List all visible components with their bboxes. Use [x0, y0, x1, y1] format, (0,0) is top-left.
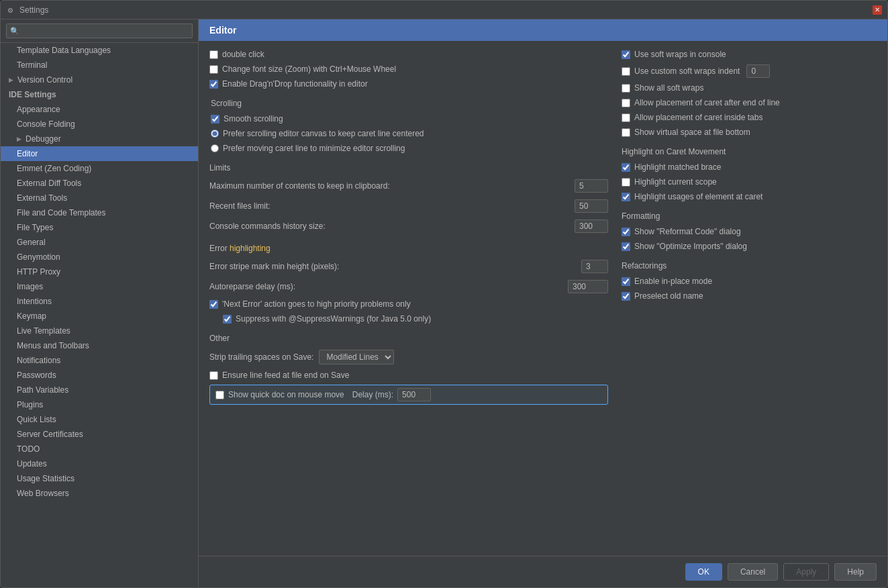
- sidebar-item-file-types[interactable]: File Types: [1, 220, 198, 235]
- enable-in-place-checkbox[interactable]: [622, 277, 630, 286]
- use-soft-wraps-console-checkbox[interactable]: [622, 50, 630, 59]
- suppress-warnings-checkbox[interactable]: [223, 315, 232, 324]
- sidebar-item-label: Quick Lists: [17, 415, 56, 424]
- enable-drag-drop-checkbox[interactable]: [209, 80, 218, 89]
- smooth-scrolling-item: Smooth scrolling: [211, 113, 608, 124]
- use-custom-soft-wraps-label: Use custom soft wraps indent: [634, 66, 740, 76]
- sidebar-item-server-certificates[interactable]: Server Certificates: [1, 427, 198, 442]
- sidebar-item-menus-and-toolbars[interactable]: Menus and Toolbars: [1, 338, 198, 353]
- use-custom-soft-wraps-checkbox[interactable]: [622, 67, 630, 76]
- sidebar-item-intentions[interactable]: Intentions: [1, 294, 198, 309]
- sidebar-item-debugger[interactable]: ▶ Debugger: [1, 132, 198, 146]
- highlight-usages-checkbox[interactable]: [622, 193, 630, 201]
- preselect-old-name-checkbox[interactable]: [622, 292, 630, 301]
- sidebar-item-label: External Tools: [17, 193, 67, 203]
- search-wrap: 🔍: [6, 23, 193, 38]
- sidebar-item-appearance[interactable]: Appearance: [1, 102, 198, 117]
- sidebar-item-label: Passwords: [17, 371, 56, 380]
- suppress-warnings-label: Suppress with @SuppressWarnings (for Jav…: [236, 314, 431, 324]
- apply-button[interactable]: Apply: [783, 563, 829, 581]
- help-button[interactable]: Help: [834, 563, 877, 581]
- sidebar-item-usage-statistics[interactable]: Usage Statistics: [1, 471, 198, 486]
- double-click-checkbox[interactable]: [209, 50, 218, 59]
- sidebar-item-todo[interactable]: TODO: [1, 442, 198, 456]
- ok-button[interactable]: OK: [685, 563, 722, 581]
- sidebar-item-plugins[interactable]: Plugins: [1, 397, 198, 412]
- soft-wraps-indent-input[interactable]: [746, 64, 770, 78]
- strip-trailing-dropdown[interactable]: None All Modified Lines: [319, 350, 394, 364]
- sidebar-item-keymap[interactable]: Keymap: [1, 309, 198, 324]
- sidebar-item-http-proxy[interactable]: HTTP Proxy: [1, 264, 198, 279]
- allow-placement-caret-tabs-checkbox[interactable]: [622, 113, 630, 122]
- sidebar-item-label: Notifications: [17, 356, 60, 365]
- sidebar-item-images[interactable]: Images: [1, 279, 198, 294]
- console-history-row: Console commands history size:: [209, 218, 608, 234]
- error-stripe-label: Error stripe mark min height (pixels):: [209, 262, 576, 271]
- recent-files-input[interactable]: [575, 199, 608, 213]
- sidebar-item-path-variables[interactable]: Path Variables: [1, 383, 198, 397]
- clipboard-limit-input[interactable]: [575, 179, 608, 193]
- sidebar-item-editor[interactable]: Editor: [1, 146, 198, 161]
- sidebar-item-label: General: [17, 238, 46, 247]
- console-history-input[interactable]: [575, 219, 608, 233]
- error-stripe-input[interactable]: [581, 260, 608, 273]
- cancel-button[interactable]: Cancel: [728, 563, 778, 581]
- sidebar-item-quick-lists[interactable]: Quick Lists: [1, 412, 198, 427]
- formatting-section: Formatting Show "Reformat Code" dialog S…: [622, 211, 877, 252]
- sidebar-item-emmet[interactable]: Emmet (Zen Coding): [1, 161, 198, 176]
- search-input[interactable]: [6, 23, 193, 38]
- allow-placement-caret-tabs-label: Allow placement of caret inside tabs: [634, 113, 762, 122]
- use-soft-wraps-console-label: Use soft wraps in console: [634, 50, 726, 59]
- allow-placement-caret-end-checkbox[interactable]: [622, 99, 630, 107]
- ensure-line-feed-checkbox[interactable]: [209, 371, 218, 380]
- sidebar-item-external-diff-tools[interactable]: External Diff Tools: [1, 176, 198, 191]
- delay-input[interactable]: [397, 388, 431, 401]
- sidebar-item-version-control[interactable]: ▶ Version Control: [1, 72, 198, 87]
- quick-doc-checkbox[interactable]: [215, 391, 224, 399]
- strip-trailing-row: Strip trailing spaces on Save: None All …: [209, 348, 608, 366]
- sidebar-item-notifications[interactable]: Notifications: [1, 353, 198, 368]
- sidebar-item-label: Images: [17, 282, 43, 291]
- top-checkboxes-group: double click Change font size (Zoom) wit…: [209, 49, 608, 89]
- sidebar-item-template-data-languages[interactable]: Template Data Languages: [1, 43, 198, 58]
- sidebar-item-updates[interactable]: Updates: [1, 456, 198, 471]
- smooth-scrolling-checkbox[interactable]: [211, 115, 219, 124]
- allow-placement-caret-tabs-item: Allow placement of caret inside tabs: [622, 112, 877, 123]
- prefer-scroll-canvas-radio[interactable]: [211, 130, 219, 138]
- highlight-current-scope-checkbox[interactable]: [622, 178, 630, 187]
- prefer-move-caret-radio[interactable]: [211, 144, 219, 152]
- sidebar-item-web-browsers[interactable]: Web Browsers: [1, 486, 198, 501]
- show-reformat-dialog-checkbox[interactable]: [622, 228, 630, 236]
- sidebar-item-file-and-code-templates[interactable]: File and Code Templates: [1, 205, 198, 220]
- sidebar-item-genymotion[interactable]: Genymotion: [1, 250, 198, 264]
- prefer-move-caret-label: Prefer moving caret line to minimize edi…: [223, 144, 405, 153]
- sidebar-item-live-templates[interactable]: Live Templates: [1, 324, 198, 338]
- left-column: double click Change font size (Zoom) wit…: [209, 49, 608, 548]
- sidebar-item-label: File Types: [17, 223, 53, 232]
- ensure-line-feed-label: Ensure line feed at file end on Save: [222, 371, 349, 380]
- prefer-scroll-canvas-item: Prefer scrolling editor canvas to keep c…: [211, 128, 608, 139]
- sidebar-item-terminal[interactable]: Terminal: [1, 58, 198, 72]
- autoreparse-input[interactable]: [568, 280, 608, 293]
- close-button[interactable]: ✕: [873, 5, 882, 15]
- allow-placement-caret-end-label: Allow placement of caret after end of li…: [634, 98, 780, 107]
- sidebar-item-general[interactable]: General: [1, 235, 198, 250]
- sidebar-item-label: TODO: [17, 444, 40, 454]
- change-font-size-checkbox[interactable]: [209, 65, 218, 74]
- sidebar-item-label: Server Certificates: [17, 430, 83, 439]
- content-area: 🔍 Template Data Languages Terminal ▶ Ver…: [1, 19, 887, 587]
- show-optimize-imports-checkbox[interactable]: [622, 242, 630, 251]
- show-virtual-space-checkbox[interactable]: [622, 128, 630, 137]
- show-all-soft-wraps-checkbox[interactable]: [622, 84, 630, 93]
- highlight-caret-title: Highlight on Caret Movement: [622, 147, 877, 156]
- sidebar-item-external-tools[interactable]: External Tools: [1, 191, 198, 205]
- smooth-scrolling-label: Smooth scrolling: [224, 114, 283, 124]
- change-font-size-label: Change font size (Zoom) with Ctrl+Mouse …: [222, 64, 396, 74]
- sidebar-section-ide-settings: IDE Settings: [1, 87, 198, 102]
- sidebar-item-passwords[interactable]: Passwords: [1, 368, 198, 383]
- highlight-usages-label: Highlight usages of element at caret: [634, 192, 762, 201]
- next-error-checkbox[interactable]: [209, 300, 218, 309]
- sidebar-item-label: Template Data Languages: [17, 46, 111, 55]
- sidebar-item-console-folding[interactable]: Console Folding: [1, 117, 198, 132]
- highlight-matched-brace-checkbox[interactable]: [622, 163, 630, 172]
